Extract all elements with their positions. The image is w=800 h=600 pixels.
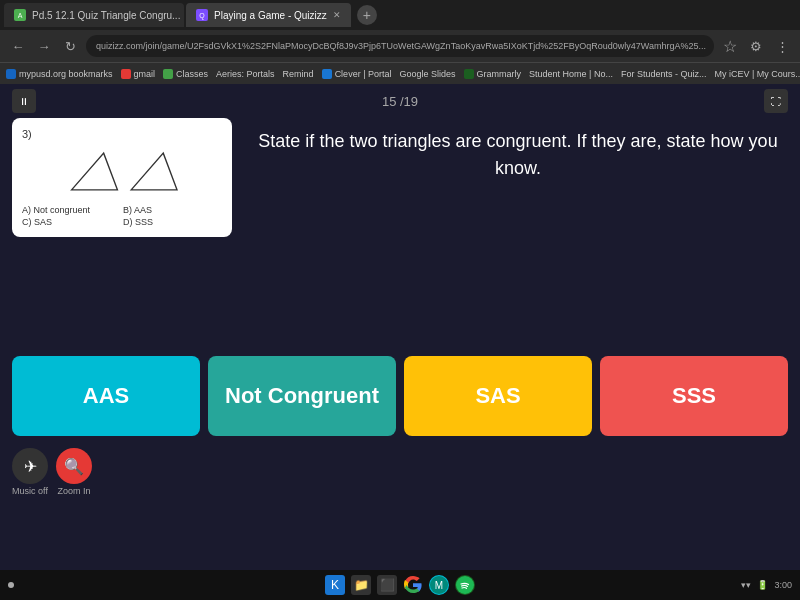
zoom-in-button[interactable]: 🔍 Zoom In	[56, 448, 92, 496]
question-card: 3) A) Not congruent B) AAS C) SAS D) SSS	[12, 118, 232, 237]
bookmark-student-home[interactable]: Student Home | No...	[529, 69, 613, 79]
taskbar-icon-files[interactable]: 📁	[351, 575, 371, 595]
taskbar-center: K 📁 ⬛ M	[325, 575, 475, 595]
answers-row: AAS Not Congruent SAS SSS	[0, 356, 800, 448]
wifi-icon: ▾▾	[741, 580, 751, 590]
answer-sss-label: SSS	[672, 383, 716, 409]
choice-a: A) Not congruent	[22, 205, 121, 215]
game-main: 3) A) Not congruent B) AAS C) SAS D) SSS…	[0, 118, 800, 356]
svg-marker-1	[131, 153, 177, 190]
taskbar-icon-terminal[interactable]: ⬛	[377, 575, 397, 595]
question-image	[22, 144, 222, 199]
taskbar: K 📁 ⬛ M ▾▾ 🔋	[0, 570, 800, 600]
question-choices: A) Not congruent B) AAS C) SAS D) SSS	[22, 205, 222, 227]
game-bottom: ✈ Music off 🔍 Zoom In	[0, 448, 800, 504]
taskbar-icon-spotify[interactable]	[455, 575, 475, 595]
bookmark-classes[interactable]: Classes	[163, 69, 208, 79]
answer-not-congruent-label: Not Congruent	[225, 383, 379, 409]
taskbar-icon-meet[interactable]: M	[429, 575, 449, 595]
bookmark-grammarly[interactable]: Grammarly	[464, 69, 522, 79]
music-off-button[interactable]: ✈ Music off	[12, 448, 48, 496]
zoom-in-icon: 🔍	[56, 448, 92, 484]
bookmark-for-students[interactable]: For Students - Quiz...	[621, 69, 707, 79]
new-tab-button[interactable]: +	[357, 5, 377, 25]
bookmarks-bar: mypusd.org bookmarks gmail Classes Aerie…	[0, 62, 800, 84]
question-text: State if the two triangles are congruent…	[258, 128, 778, 182]
svg-marker-0	[72, 153, 118, 190]
answer-sas-button[interactable]: SAS	[404, 356, 592, 436]
choice-d: D) SSS	[123, 217, 222, 227]
svg-text:M: M	[435, 580, 443, 591]
fullscreen-button[interactable]: ⛶	[764, 89, 788, 113]
address-bar[interactable]: quizizz.com/join/game/U2FsdGVkX1%2S2FNla…	[86, 35, 714, 57]
bookmark-icev[interactable]: My iCEV | My Cours...	[714, 69, 800, 79]
bookmark-icon-mypusd	[6, 69, 16, 79]
menu-button[interactable]: ⋮	[772, 36, 792, 56]
tab-label-2: Playing a Game - Quizizz	[214, 10, 327, 21]
bookmark-aeries[interactable]: Aeries: Portals	[216, 69, 275, 79]
tab-bar: A Pd.5 12.1 Quiz Triangle Congru... ✕ Q …	[0, 0, 800, 30]
bookmark-gmail[interactable]: gmail	[121, 69, 156, 79]
answer-aas-label: AAS	[83, 383, 129, 409]
bookmark-icon-classes	[163, 69, 173, 79]
triangles-diagram	[62, 144, 182, 199]
tab-label-1: Pd.5 12.1 Quiz Triangle Congru...	[32, 10, 180, 21]
taskbar-icon-google[interactable]	[403, 575, 423, 595]
back-button[interactable]: ←	[8, 36, 28, 56]
forward-button[interactable]: →	[34, 36, 54, 56]
answer-aas-button[interactable]: AAS	[12, 356, 200, 436]
browser-chrome: A Pd.5 12.1 Quiz Triangle Congru... ✕ Q …	[0, 0, 800, 62]
refresh-button[interactable]: ↻	[60, 36, 80, 56]
pause-button[interactable]: ⏸	[12, 89, 36, 113]
tab-close-2[interactable]: ✕	[333, 10, 341, 20]
bookmark-star[interactable]: ☆	[720, 36, 740, 56]
answer-sss-button[interactable]: SSS	[600, 356, 788, 436]
bookmark-icon-gmail	[121, 69, 131, 79]
extensions-button[interactable]: ⚙	[746, 36, 766, 56]
taskbar-icon-k[interactable]: K	[325, 575, 345, 595]
question-text-area: State if the two triangles are congruent…	[248, 118, 788, 192]
pause-icon: ⏸	[19, 96, 29, 107]
answer-not-congruent-button[interactable]: Not Congruent	[208, 356, 396, 436]
question-counter: 15 /19	[382, 94, 418, 109]
address-bar-row: ← → ↻ quizizz.com/join/game/U2FsdGVkX1%2…	[0, 30, 800, 62]
zoom-in-label: Zoom In	[57, 486, 90, 496]
question-number: 3)	[22, 128, 222, 140]
bookmark-icon-grammarly	[464, 69, 474, 79]
tab-quizlet[interactable]: A Pd.5 12.1 Quiz Triangle Congru... ✕	[4, 3, 184, 27]
choice-c: C) SAS	[22, 217, 121, 227]
bookmark-slides[interactable]: Google Slides	[399, 69, 455, 79]
bookmark-remind[interactable]: Remind	[283, 69, 314, 79]
taskbar-right: ▾▾ 🔋 3:00	[741, 580, 792, 590]
fullscreen-icon: ⛶	[771, 96, 781, 107]
taskbar-time: 3:00	[774, 580, 792, 590]
bookmark-clever[interactable]: Clever | Portal	[322, 69, 392, 79]
bookmark-mypusd[interactable]: mypusd.org bookmarks	[6, 69, 113, 79]
answer-sas-label: SAS	[475, 383, 520, 409]
battery-icon: 🔋	[757, 580, 768, 590]
music-off-icon: ✈	[12, 448, 48, 484]
taskbar-dot	[8, 582, 14, 588]
tab-favicon-2: Q	[196, 9, 208, 21]
music-off-label: Music off	[12, 486, 48, 496]
game-topbar: ⏸ 15 /19 ⛶	[0, 84, 800, 118]
tab-favicon-1: A	[14, 9, 26, 21]
url-text: quizizz.com/join/game/U2FsdGVkX1%2S2FNla…	[96, 41, 706, 51]
taskbar-left	[8, 582, 14, 588]
choice-b: B) AAS	[123, 205, 222, 215]
bookmark-icon-clever	[322, 69, 332, 79]
tab-quizizz[interactable]: Q Playing a Game - Quizizz ✕	[186, 3, 351, 27]
game-area: ⏸ 15 /19 ⛶ 3) A) Not congruent B) AAS	[0, 84, 800, 504]
